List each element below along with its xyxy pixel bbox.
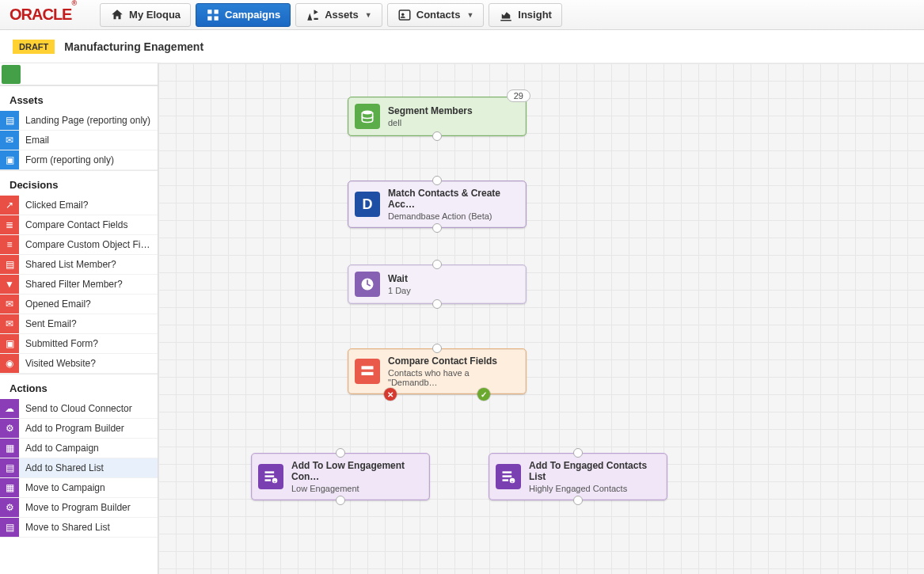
palette-item[interactable]: ▣Submitted Form?	[0, 334, 158, 354]
palette-label: Send to Cloud Connector	[25, 403, 132, 414]
landingpage-icon: ▤	[0, 111, 19, 130]
gear-icon: ⚙	[0, 419, 19, 438]
segment-icon	[355, 104, 380, 129]
section-assets: Assets	[0, 86, 158, 111]
nav-campaigns[interactable]: Campaigns	[196, 3, 291, 27]
port-in[interactable]	[432, 344, 442, 353]
port-in[interactable]	[336, 448, 345, 458]
opened-email-icon: ✉	[0, 295, 19, 314]
palette-item[interactable]: ▦Add to Campaign	[0, 439, 158, 458]
sharedlist-icon: ▤	[0, 255, 19, 274]
filter-icon: ▼	[0, 275, 19, 294]
port-out[interactable]	[432, 223, 442, 233]
submitted-form-icon: ▣	[0, 334, 19, 353]
node-segment-members[interactable]: Segment Members dell 29	[348, 97, 527, 136]
clock-icon	[355, 272, 380, 297]
palette-item[interactable]: ▤Move to Shared List	[0, 518, 158, 538]
node-title: Match Contacts & Create Acc…	[388, 188, 518, 210]
move-list-icon: ▤	[0, 518, 19, 537]
node-add-low-engagement[interactable]: + Add To Low Engagement Con… Low Engagem…	[251, 453, 430, 500]
oracle-logo: ORACLE®	[10, 6, 76, 24]
palette-item[interactable]: ▤Landing Page (reporting only)	[0, 111, 158, 131]
node-subtitle: Demandbase Action (Beta)	[388, 211, 518, 221]
palette-item[interactable]: ↗Clicked Email?	[0, 196, 158, 215]
svg-rect-4	[399, 10, 410, 20]
port-out[interactable]	[573, 496, 583, 505]
canvas[interactable]: Segment Members dell 29 D Match Contacts…	[158, 63, 924, 574]
nav-label: Campaigns	[225, 9, 280, 21]
compare-icon	[355, 359, 380, 384]
svg-rect-15	[265, 479, 272, 481]
palette-label: Sent Email?	[25, 318, 77, 329]
port-in[interactable]	[432, 176, 442, 185]
palette-item[interactable]: ▤Shared List Member?	[0, 255, 158, 275]
yes-branch-icon[interactable]: ✓	[477, 388, 490, 401]
nav-label: Contacts	[416, 9, 461, 21]
node-subtitle: Low Engagement	[291, 484, 421, 493]
palette-item[interactable]: ▣Form (reporting only)	[0, 150, 158, 170]
nav-label: Assets	[325, 9, 359, 21]
node-wait[interactable]: Wait 1 Day	[348, 264, 527, 304]
palette-item[interactable]: ▼Shared Filter Member?	[0, 275, 158, 295]
svg-rect-11	[362, 366, 374, 369]
move-campaign-icon: ▦	[0, 478, 19, 497]
nav-insight[interactable]: Insight	[489, 3, 562, 27]
palette-sidebar[interactable]: Assets ▤Landing Page (reporting only) ✉E…	[0, 63, 158, 574]
port-out[interactable]	[336, 496, 345, 505]
palette-item[interactable]: ☁Send to Cloud Connector	[0, 399, 158, 419]
palette-item[interactable]: ▤Add to Shared List	[0, 458, 158, 478]
port-in[interactable]	[573, 448, 583, 458]
node-subtitle: Highly Engaged Contacts	[529, 484, 659, 493]
svg-rect-14	[265, 475, 275, 477]
palette-item[interactable]: ▦Move to Campaign	[0, 478, 158, 498]
svg-rect-19	[503, 475, 512, 477]
node-compare-contact-fields[interactable]: Compare Contact Fields Contacts who have…	[348, 348, 527, 394]
list-add-icon: +	[496, 464, 521, 489]
palette-item[interactable]: ✉Opened Email?	[0, 295, 158, 314]
compare-fields-icon: ≣	[0, 215, 19, 234]
node-add-engaged[interactable]: + Add To Engaged Contacts List Highly En…	[489, 453, 667, 500]
nav-assets[interactable]: Assets ▼	[295, 3, 382, 27]
port-out[interactable]	[432, 131, 442, 141]
palette-label: Add to Shared List	[25, 462, 104, 473]
cloud-icon: ☁	[0, 399, 19, 418]
subheader: DRAFT Manufacturing Enagement	[0, 30, 924, 63]
palette-label: Clicked Email?	[25, 200, 88, 211]
palette-item[interactable]: ≡Compare Custom Object Fields	[0, 235, 158, 255]
home-icon	[110, 8, 124, 22]
palette-item[interactable]: ✉Email	[0, 131, 158, 150]
port-in[interactable]	[432, 260, 442, 269]
sharedlist-add-icon: ▤	[0, 458, 19, 477]
nav-contacts[interactable]: Contacts ▼	[387, 3, 485, 27]
campaign-icon: ▦	[0, 439, 19, 458]
svg-rect-2	[207, 16, 211, 20]
section-actions: Actions	[0, 374, 158, 399]
palette-item[interactable]: ⚙Add to Program Builder	[0, 419, 158, 439]
nav-my-eloqua[interactable]: My Eloqua	[100, 3, 191, 27]
svg-point-9	[362, 111, 372, 115]
sidebar-cut-item	[0, 63, 158, 86]
campaigns-icon	[206, 8, 220, 22]
node-match-contacts[interactable]: D Match Contacts & Create Acc… Demandbas…	[348, 181, 527, 228]
node-title: Add To Engaged Contacts List	[529, 460, 659, 482]
port-out[interactable]	[432, 299, 442, 309]
count-badge: 29	[507, 89, 530, 102]
node-title: Segment Members	[388, 105, 473, 116]
contacts-icon	[397, 8, 412, 22]
palette-label: Compare Contact Fields	[25, 219, 127, 230]
palette-item[interactable]: ≣Compare Contact Fields	[0, 215, 158, 235]
palette-label: Submitted Form?	[25, 338, 98, 349]
status-badge: DRAFT	[13, 40, 55, 54]
sent-email-icon: ✉	[0, 314, 19, 333]
palette-label: Landing Page (reporting only)	[25, 115, 150, 126]
palette-item[interactable]: ⚙Move to Program Builder	[0, 498, 158, 518]
no-branch-icon[interactable]: ✕	[384, 388, 397, 401]
svg-text:+: +	[273, 479, 276, 484]
list-add-icon: +	[258, 464, 283, 489]
nav-label: My Eloqua	[129, 9, 181, 21]
palette-item[interactable]: ◉Visited Website?	[0, 354, 158, 374]
palette-item[interactable]: ✉Sent Email?	[0, 314, 158, 334]
svg-point-5	[401, 13, 404, 15]
node-subtitle: 1 Day	[388, 286, 411, 295]
node-title: Compare Contact Fields	[388, 355, 518, 367]
